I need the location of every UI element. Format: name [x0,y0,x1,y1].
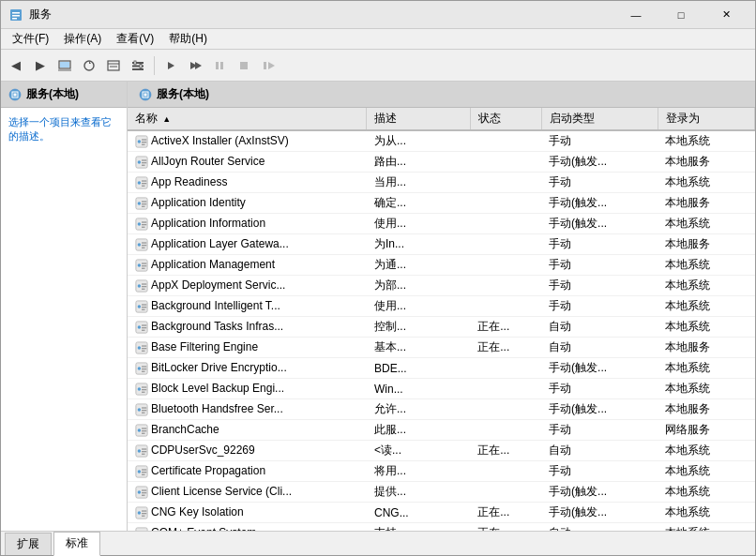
menu-file[interactable]: 文件(F) [5,29,56,49]
svg-rect-39 [142,165,145,166]
settings-button[interactable] [127,54,149,77]
table-row[interactable]: Block Level Backup Engi... Win... 手动 本地系… [128,379,755,399]
cell-name: Application Identity [128,193,367,214]
services-table-container[interactable]: 名称 ▲ 描述 状态 启动类型 登录为 ActiveX Install [128,108,755,531]
right-panel-icon [139,88,152,101]
cell-startup: 手动 [541,173,658,193]
tab-expand[interactable]: 扩展 [5,533,52,555]
cell-desc: 控制... [367,317,470,338]
refresh-button[interactable] [78,54,100,77]
cell-name: AppX Deployment Servic... [128,276,367,296]
svg-rect-99 [142,413,145,413]
table-row[interactable]: COM+ Event System 支持... 正在... 自动 本地系统 [128,523,755,532]
cell-status [470,255,541,276]
svg-rect-58 [142,245,146,246]
up-button[interactable] [53,54,76,77]
svg-rect-102 [142,428,146,428]
svg-rect-21 [240,62,248,69]
svg-rect-114 [142,474,145,475]
cell-startup: 手动 [541,379,658,399]
svg-rect-74 [142,309,145,310]
filter-button[interactable] [102,54,125,77]
stop-button[interactable] [233,54,255,77]
play2-button[interactable] [184,54,206,77]
col-header-startup[interactable]: 启动类型 [541,108,658,130]
table-row[interactable]: Application Layer Gatewa... 为In... 手动 本地… [128,234,755,255]
svg-rect-33 [142,142,146,143]
close-button[interactable]: ✕ [704,1,748,29]
table-row[interactable]: Background Intelligent T... 使用... 手动 本地系… [128,296,755,317]
tab-standard[interactable]: 标准 [53,532,100,556]
svg-rect-20 [220,62,223,69]
table-row[interactable]: Bluetooth Handsfree Ser... 允许... 手动(触发..… [128,399,755,420]
table-row[interactable]: Background Tasks Infras... 控制... 正在... 自… [128,317,755,338]
main-window: 服务 — □ ✕ 文件(F) 操作(A) 查看(V) 帮助(H) ◀ ▶ [0,0,756,556]
table-row[interactable]: CNG Key Isolation CNG... 正在... 手动(触发... … [128,503,755,523]
col-header-login[interactable]: 登录为 [658,108,754,130]
svg-point-66 [138,284,142,288]
svg-rect-72 [142,304,146,305]
restart-button[interactable] [257,54,280,77]
svg-point-106 [138,449,142,453]
play-button[interactable] [159,54,182,77]
cell-startup: 自动 [541,523,658,532]
svg-rect-118 [142,492,146,493]
pause-button[interactable] [208,54,231,77]
table-row[interactable]: App Readiness 当用... 手动 本地系统 [128,173,755,193]
menu-action[interactable]: 操作(A) [56,29,109,49]
table-row[interactable]: CDPUserSvc_92269 <读... 正在... 自动 本地系统 [128,441,755,461]
svg-rect-67 [142,283,146,284]
left-panel-title: 服务(本地) [26,86,79,102]
maximize-button[interactable]: □ [659,1,703,29]
svg-point-81 [138,346,142,350]
cell-startup: 手动 [541,296,658,317]
table-row[interactable]: Application Information 使用... 手动(触发... 本… [128,214,755,234]
table-row[interactable]: Application Identity 确定... 手动(触发... 本地服务 [128,193,755,214]
cell-login: 本地系统 [658,358,754,379]
svg-rect-82 [142,345,146,346]
cell-startup: 自动 [541,317,658,338]
svg-point-76 [138,325,142,329]
svg-rect-87 [142,366,146,367]
svg-marker-18 [195,62,202,69]
table-row[interactable]: ActiveX Installer (AxInstSV) 为从... 手动 本地… [128,130,755,152]
table-row[interactable]: BitLocker Drive Encryptio... BDE... 手动(触… [128,358,755,379]
back-button[interactable]: ◀ [5,54,27,77]
svg-rect-22 [264,62,266,69]
table-row[interactable]: Application Management 为通... 手动 本地系统 [128,255,755,276]
svg-rect-119 [142,495,145,496]
cell-status: 正在... [470,338,541,358]
table-row[interactable]: Client License Service (Cli... 提供... 手动(… [128,482,755,503]
left-panel-description[interactable]: 选择一个项目来查看它的描述。 [1,108,127,531]
window-title: 服务 [29,7,614,23]
title-bar: 服务 — □ ✕ [1,1,755,29]
table-row[interactable]: BranchCache 此服... 手动 网络服务 [128,420,755,441]
table-row[interactable]: AllJoyn Router Service 路由... 手动(触发... 本地… [128,152,755,173]
cell-status: 正在... [470,317,541,338]
left-panel: 服务(本地) 选择一个项目来查看它的描述。 [1,82,128,531]
svg-rect-78 [142,327,146,328]
cell-login: 本地服务 [658,152,754,173]
col-header-name[interactable]: 名称 ▲ [128,108,367,130]
col-header-status[interactable]: 状态 [470,108,541,130]
svg-rect-15 [140,64,142,68]
svg-rect-53 [142,224,146,225]
svg-rect-112 [142,469,146,470]
table-header-row: 名称 ▲ 描述 状态 启动类型 登录为 [128,108,755,130]
forward-button[interactable]: ▶ [29,54,52,77]
menu-view[interactable]: 查看(V) [109,29,161,49]
menu-help[interactable]: 帮助(H) [161,29,215,49]
minimize-button[interactable]: — [614,1,658,29]
svg-rect-59 [142,248,145,248]
cell-name: Block Level Backup Engi... [128,379,367,399]
table-row[interactable]: Base Filtering Engine 基本... 正在... 自动 本地服… [128,338,755,358]
svg-rect-69 [142,289,145,290]
cell-name: Background Intelligent T... [128,296,367,317]
table-row[interactable]: Certificate Propagation 将用... 手动 本地系统 [128,461,755,482]
svg-point-121 [138,511,142,515]
table-row[interactable]: AppX Deployment Servic... 为部... 手动 本地系统 [128,276,755,296]
svg-rect-57 [142,242,146,243]
col-header-desc[interactable]: 描述 [367,108,470,130]
services-table: 名称 ▲ 描述 状态 启动类型 登录为 ActiveX Install [128,108,755,531]
svg-marker-23 [268,62,275,69]
